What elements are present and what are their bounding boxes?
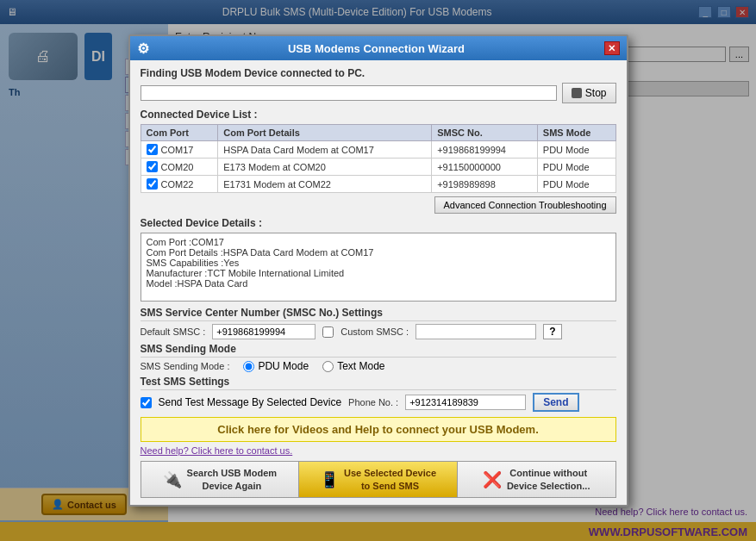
device-smsmode-cell-1: PDU Mode [537, 159, 615, 176]
finding-section: Finding USB Modem Device connected to PC… [141, 67, 616, 103]
sms-mode-section-label: SMS Sending Mode [141, 343, 616, 358]
send-test-label: Send Test Message By Selected Device [159, 396, 342, 408]
connection-wizard-modal: ⚙ USB Modems Connection Wizard ✕ Finding… [128, 34, 628, 507]
table-row: COM17 HSPA Data Card Modem at COM17 +919… [141, 141, 615, 159]
device-comport-cell: COM22 [141, 176, 218, 193]
text-mode-label: Text Mode [337, 360, 384, 372]
device-checkbox-2[interactable] [147, 178, 158, 190]
need-help-link[interactable]: Need help? Click here to contact us. [141, 445, 293, 456]
table-row: COM22 E1731 Modem at COM22 +9198989898 P… [141, 176, 615, 193]
help-video-bar[interactable]: Click here for Videos and Help to connec… [141, 417, 616, 442]
device-smsc-cell-0: +919868199994 [432, 141, 538, 159]
device-detail-line: Model :HSPA Data Card [147, 278, 610, 289]
modal-close-button[interactable]: ✕ [604, 41, 620, 55]
device-detail-line: Com Port Details :HSPA Data Card Modem a… [147, 247, 610, 258]
device-comport-0: COM17 [161, 145, 194, 155]
device-detail-line: SMS Capabilities :Yes [147, 258, 610, 268]
device-checkbox-0[interactable] [147, 144, 158, 155]
bottom-buttons: 🔌 Search USB ModemDevice Again 📱 Use Sel… [141, 461, 616, 498]
modal-overlay: ⚙ USB Modems Connection Wizard ✕ Finding… [0, 0, 756, 541]
default-smsc-label: Default SMSC : [141, 326, 206, 337]
search-usb-label: Search USB ModemDevice Again [187, 467, 278, 492]
connected-device-section: Connected Device List : Com Port Com Por… [141, 109, 616, 193]
text-mode-radio-group: Text Mode [322, 360, 384, 372]
smsc-help-button[interactable]: ? [543, 324, 561, 339]
finding-label: Finding USB Modem Device connected to PC… [141, 67, 616, 79]
device-details-cell-0: HSPA Data Card Modem at COM17 [218, 141, 432, 159]
col-header-comport: Com Port [141, 125, 218, 141]
device-details-cell-1: E173 Modem at COM20 [218, 159, 432, 176]
use-selected-button[interactable]: 📱 Use Selected Deviceto Send SMS [298, 461, 457, 498]
device-comport-2: COM22 [161, 179, 194, 190]
sms-mode-row: SMS Sending Mode : PDU Mode Text Mode [141, 360, 616, 372]
device-detail-line: Manufacturer :TCT Mobile International L… [147, 268, 610, 278]
device-comport-cell: COM20 [141, 159, 218, 176]
device-smsc-cell-2: +9198989898 [432, 176, 538, 193]
phone-label: Phone No. : [348, 397, 398, 407]
stop-icon [572, 88, 582, 98]
device-details-cell-2: E1731 Modem at COM22 [218, 176, 432, 193]
text-mode-radio[interactable] [322, 361, 334, 372]
send-button[interactable]: Send [533, 393, 578, 412]
device-smsmode-cell-0: PDU Mode [537, 141, 615, 159]
phone-input[interactable] [405, 395, 526, 410]
continue-icon: ❌ [483, 470, 502, 489]
test-sms-section: Test SMS Settings Send Test Message By S… [141, 376, 616, 412]
search-usb-button[interactable]: 🔌 Search USB ModemDevice Again [141, 461, 299, 498]
use-selected-icon: 📱 [320, 470, 339, 489]
continue-without-button[interactable]: ❌ Continue withoutDevice Selection... [457, 461, 616, 498]
device-detail-line: Com Port :COM17 [147, 237, 610, 247]
col-header-smsmode: SMS Mode [537, 125, 615, 141]
pdu-mode-label: PDU Mode [258, 360, 309, 372]
device-comport-cell: COM17 [141, 141, 218, 159]
sms-mode-section: SMS Sending Mode SMS Sending Mode : PDU … [141, 343, 616, 372]
smsc-section: SMS Service Center Number (SMSC No.) Set… [141, 307, 616, 339]
send-test-checkbox[interactable] [141, 397, 152, 408]
modal-title-icon: ⚙ [137, 40, 149, 57]
custom-smsc-input[interactable] [415, 324, 536, 339]
progress-row: Stop [141, 83, 616, 103]
pdu-mode-radio[interactable] [243, 361, 254, 372]
device-comport-1: COM20 [161, 162, 194, 172]
advanced-troubleshooting-button[interactable]: Advanced Connection Troubleshooting [434, 196, 616, 214]
search-usb-icon: 🔌 [163, 470, 182, 489]
continue-label: Continue withoutDevice Selection... [507, 467, 590, 492]
device-checkbox-1[interactable] [147, 161, 158, 172]
smsc-section-label: SMS Service Center Number (SMSC No.) Set… [141, 307, 616, 321]
sms-mode-label: SMS Sending Mode : [141, 361, 230, 371]
pdu-mode-radio-group: PDU Mode [243, 360, 309, 372]
test-sms-row: Send Test Message By Selected Device Pho… [141, 393, 616, 412]
modal-title-bar: ⚙ USB Modems Connection Wizard ✕ [130, 36, 627, 60]
need-help-link-area: Need help? Click here to contact us. [141, 445, 616, 456]
smsc-row: Default SMSC : Custom SMSC : ? [141, 324, 616, 339]
connected-device-label: Connected Device List : [141, 109, 616, 121]
device-smsc-cell-1: +91150000000 [432, 159, 538, 176]
device-table: Com Port Com Port Details SMSC No. SMS M… [141, 124, 616, 193]
selected-device-section: Selected Device Details : Com Port :COM1… [141, 217, 616, 302]
selected-device-label: Selected Device Details : [141, 217, 616, 229]
stop-button[interactable]: Stop [562, 83, 616, 103]
test-sms-section-label: Test SMS Settings [141, 376, 616, 390]
device-smsmode-cell-2: PDU Mode [537, 176, 615, 193]
device-details-box: Com Port :COM17Com Port Details :HSPA Da… [141, 233, 616, 302]
custom-smsc-checkbox[interactable] [322, 326, 334, 338]
table-row: COM20 E173 Modem at COM20 +91150000000 P… [141, 159, 615, 176]
use-selected-label: Use Selected Deviceto Send SMS [344, 467, 436, 492]
col-header-smsc: SMSC No. [432, 125, 538, 141]
col-header-details: Com Port Details [218, 125, 432, 141]
modal-body: Finding USB Modem Device connected to PC… [130, 60, 627, 505]
progress-bar [141, 85, 557, 101]
modal-title: USB Modems Connection Wizard [149, 42, 604, 55]
default-smsc-input[interactable] [212, 324, 316, 339]
custom-smsc-label: Custom SMSC : [341, 326, 409, 337]
